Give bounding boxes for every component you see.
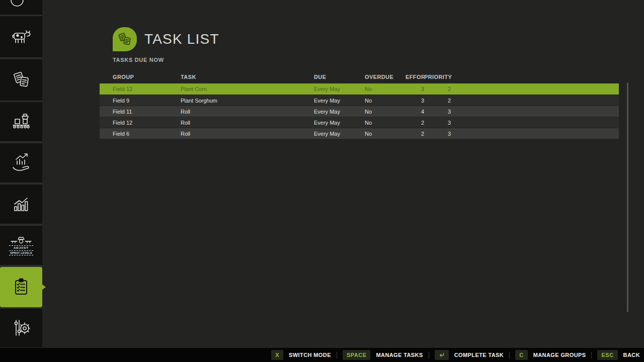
bar-chart-icon (9, 192, 33, 216)
cell-due: Every May (314, 120, 365, 126)
sidebar-item-map[interactable] (0, 0, 42, 15)
cell-due: Every May (314, 86, 365, 92)
task-table: GROUP TASK DUE OVERDUE EFFORT PRIORITY F… (100, 70, 619, 139)
table-header-row: GROUP TASK DUE OVERDUE EFFORT PRIORITY (100, 70, 619, 83)
selected-arrow (42, 284, 46, 290)
column-header-task: TASK (181, 74, 314, 80)
page-title: TASK LIST (144, 31, 219, 47)
cell-group: Field 11 (100, 109, 181, 115)
adjust-spray-levels-label: ADJUST SPRAY LEVELS (9, 245, 33, 256)
shortcut-bar: X SWITCH MODE SPACE MANAGE TASKS COMPLET… (0, 348, 644, 362)
divider (591, 352, 592, 358)
column-header-priority: PRIORITY (424, 74, 452, 80)
column-header-group: GROUP (100, 74, 181, 80)
cell-task: Plant Corn (181, 86, 314, 92)
cell-effort: 4 (406, 109, 424, 115)
cell-group: Field 12 (100, 120, 181, 126)
sidebar-item-contracts[interactable] (0, 59, 42, 101)
sidebar-item-task-list[interactable] (0, 267, 42, 307)
sliders-gear-icon (9, 316, 33, 340)
cell-effort: 3 (406, 98, 424, 104)
cell-due: Every May (314, 131, 365, 137)
vertical-scrollbar[interactable] (627, 82, 628, 312)
cell-effort: 2 (406, 131, 424, 137)
key-space: SPACE (343, 350, 371, 360)
task-list-clipboard-icon (9, 275, 33, 299)
task-list-header-icon (113, 27, 137, 51)
cell-task: Plant Sorghum (181, 98, 314, 104)
sidebar-item-sales[interactable] (0, 143, 42, 183)
table-row[interactable]: Field 6 Roll Every May No 2 3 (100, 128, 619, 139)
table-row[interactable]: Field 9 Plant Sorghum Every May No 3 2 (100, 95, 619, 106)
column-header-effort: EFFORT (406, 74, 424, 80)
cell-due: Every May (314, 98, 365, 104)
sidebar-item-production[interactable] (0, 102, 42, 141)
shortcut-manage-groups[interactable]: C MANAGE GROUPS (515, 350, 586, 360)
circle-icon (0, 0, 42, 15)
column-header-due: DUE (314, 74, 365, 80)
cell-due: Every May (314, 109, 365, 115)
adjust-spray-levels-icon (9, 235, 33, 245)
cell-priority: 3 (424, 120, 452, 126)
table-row-selected[interactable]: Field 12 Plant Corn Every May No 3 2 (100, 83, 619, 95)
section-label: TASKS DUE NOW (113, 57, 164, 63)
table-row[interactable]: Field 12 Roll Every May No 2 3 (100, 117, 619, 128)
divider (429, 352, 429, 358)
cow-icon (9, 25, 33, 49)
sidebar-item-statistics[interactable] (0, 185, 42, 224)
column-header-overdue: OVERDUE (365, 74, 406, 80)
cell-overdue: No (365, 109, 406, 115)
production-icon (9, 110, 33, 134)
cell-group: Field 9 (100, 98, 181, 104)
shortcut-back[interactable]: ESC BACK (597, 350, 640, 360)
divider (337, 352, 337, 358)
hand-chart-icon (9, 151, 33, 175)
documents-icon (9, 68, 33, 92)
shortcut-complete-task[interactable]: COMPLETE TASK (435, 350, 504, 360)
cell-overdue: No (365, 98, 406, 104)
sidebar: ADJUST SPRAY LEVELS (0, 0, 42, 348)
sidebar-item-settings[interactable] (0, 309, 42, 347)
cell-group: Field 6 (100, 131, 181, 137)
key-c: C (515, 350, 527, 360)
cell-overdue: No (365, 131, 406, 137)
return-key-icon (435, 350, 449, 360)
key-x: X (271, 350, 283, 360)
sidebar-item-animals[interactable] (0, 16, 42, 57)
cell-priority: 2 (424, 86, 452, 92)
shortcut-manage-tasks[interactable]: SPACE MANAGE TASKS (343, 350, 423, 360)
divider (509, 352, 510, 358)
cell-overdue: No (365, 86, 406, 92)
shortcut-switch-mode[interactable]: X SWITCH MODE (271, 350, 331, 360)
table-row[interactable]: Field 11 Roll Every May No 4 3 (100, 106, 619, 117)
key-esc: ESC (597, 350, 617, 360)
cell-priority: 2 (424, 98, 452, 104)
cell-group: Field 12 (100, 86, 181, 92)
cell-task: Roll (181, 131, 314, 137)
cell-task: Roll (181, 109, 314, 115)
cell-priority: 3 (424, 131, 452, 137)
cell-effort: 3 (406, 86, 424, 92)
cell-overdue: No (365, 120, 406, 126)
cell-task: Roll (181, 120, 314, 126)
cell-effort: 2 (406, 120, 424, 126)
notes-icon (117, 31, 133, 47)
cell-priority: 3 (424, 109, 452, 115)
sidebar-item-adjust-spray-levels[interactable]: ADJUST SPRAY LEVELS (0, 226, 42, 265)
